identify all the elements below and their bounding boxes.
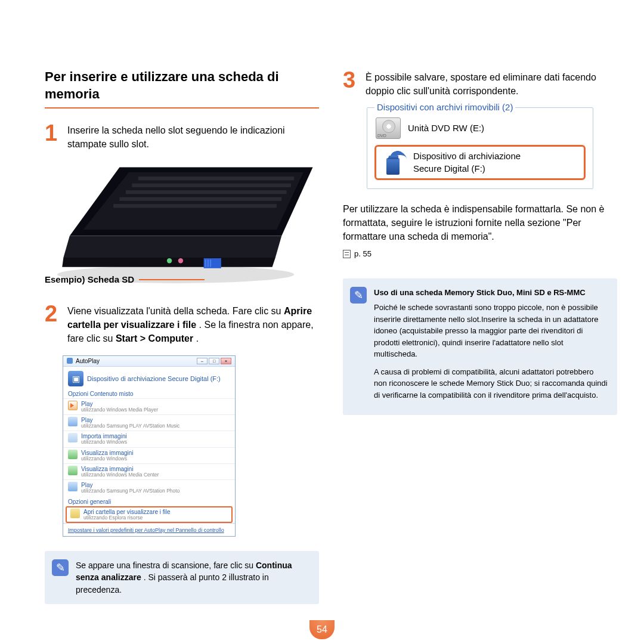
sd-callout-line — [139, 279, 205, 280]
step-1: 1 Inserire la scheda nello slot seguendo… — [45, 122, 319, 151]
autoplay-option: Playutilizzando Samsung PLAY AVStation P… — [63, 479, 235, 496]
note-paragraph: Poiché le schede sovrastanti sono troppo… — [374, 302, 608, 360]
text: Viene visualizzata l'unità della scheda.… — [67, 306, 284, 316]
option-sub: utilizzando Samsung PLAY AVStation Photo — [81, 488, 179, 494]
laptop-illustration: Esempio) Scheda SD — [45, 161, 319, 292]
autoplay-footer: Impostare i valori predefiniti per AutoP… — [63, 523, 235, 536]
page-number-badge: 54 — [309, 620, 335, 639]
autoplay-option: Importa immaginiutilizzando Windows — [63, 431, 235, 447]
svg-rect-12 — [204, 258, 221, 268]
step-text: Viene visualizzata l'unità della scheda.… — [67, 302, 319, 346]
option-sub: utilizzando Windows Media Player — [81, 407, 158, 413]
autoplay-titlebar: AutoPlay – □ × — [63, 356, 235, 367]
svg-rect-4 — [126, 190, 287, 194]
play-icon — [68, 401, 78, 410]
autoplay-option: Playutilizzando Windows Media Player — [63, 398, 235, 414]
sd-device-icon: ▣ — [68, 371, 83, 386]
note-text: Se appare una finestra di scansione, far… — [76, 559, 309, 596]
play-icon — [68, 417, 78, 426]
autoplay-option: Visualizza immaginiutilizzando Windows M… — [63, 463, 235, 479]
laptop-svg — [45, 161, 319, 292]
note-title: Uso di una scheda Memory Stick Duo, Mini… — [374, 287, 608, 299]
sd-drive-icon — [381, 151, 406, 175]
option-sub: utilizzando Windows — [81, 439, 127, 445]
step-2: 2 Viene visualizzata l'unità della sched… — [45, 302, 319, 346]
svg-point-10 — [167, 258, 172, 263]
removable-legend: Dispositivi con archivi rimovibili (2) — [374, 102, 515, 112]
note-paragraph: A causa di problemi di compatibilità, al… — [374, 366, 608, 401]
page-ref-icon — [343, 250, 351, 258]
sd-drive-highlight: Dispositivo di archiviazione Secure Digi… — [374, 145, 586, 180]
autoplay-settings-link: Impostare i valori predefiniti per AutoP… — [68, 527, 224, 533]
section-title: Per inserire e utilizzare una scheda di … — [45, 69, 319, 103]
window-title: AutoPlay — [76, 358, 100, 364]
close-icon: × — [221, 358, 231, 364]
removable-devices-panel: Dispositivi con archivi rimovibili (2) U… — [367, 107, 593, 189]
play-icon — [68, 482, 78, 491]
text: Secure Digital (F:) — [413, 163, 485, 174]
step-text: È possibile salvare, spostare ed elimina… — [366, 69, 617, 98]
option-sub: utilizzando Windows — [81, 456, 134, 462]
svg-rect-13 — [205, 259, 206, 267]
device-title: Dispositivo di archiviazione Secure Digi… — [87, 375, 221, 382]
page-ref-text: p. 55 — [354, 249, 371, 258]
format-paragraph: Per utilizzare la scheda è indispensabil… — [343, 202, 617, 244]
dvd-drive-icon — [376, 117, 401, 139]
option-sub: utilizzando Windows Media Center — [81, 472, 159, 478]
dvd-drive-label: Unità DVD RW (E:) — [408, 122, 484, 134]
step-number: 1 — [45, 122, 61, 151]
image-icon — [68, 450, 78, 459]
svg-point-11 — [178, 258, 183, 263]
note-body: Uso di una scheda Memory Stick Duo, Mini… — [374, 287, 608, 407]
svg-rect-15 — [210, 259, 211, 267]
sd-example-label: Esempio) Scheda SD — [45, 274, 134, 284]
text: . — [196, 333, 199, 343]
autoplay-highlighted-option: Apri cartella per visualizzare i fileuti… — [66, 506, 233, 523]
svg-rect-3 — [132, 183, 291, 187]
maximize-icon: □ — [209, 358, 219, 364]
adapter-note-box: ✎ Uso di una scheda Memory Stick Duo, Mi… — [343, 278, 617, 416]
option-sub: utilizzando Esplora risorse — [83, 515, 171, 521]
option-sub: utilizzando Samsung PLAY AVStation Music — [81, 423, 179, 429]
step-text: Inserire la scheda nello slot seguendo l… — [67, 122, 319, 151]
option-title: Play — [81, 401, 158, 407]
autoplay-device-row: ▣ Dispositivo di archiviazione Secure Di… — [63, 367, 235, 391]
svg-rect-6 — [113, 204, 277, 208]
step-3: 3 È possibile salvare, spostare ed elimi… — [343, 69, 617, 98]
svg-rect-14 — [208, 259, 209, 267]
sd-drive-label: Dispositivo di archiviazione Secure Digi… — [413, 150, 521, 175]
step-number: 3 — [343, 69, 360, 98]
svg-rect-2 — [138, 177, 294, 180]
import-icon — [68, 433, 78, 442]
pencil-icon: ✎ — [52, 559, 69, 576]
page-reference: p. 55 — [343, 249, 371, 258]
scan-note-box: ✎ Se appare una finestra di scansione, f… — [45, 551, 319, 604]
autoplay-window: AutoPlay – □ × ▣ Dispositivo di archivia… — [63, 355, 236, 537]
text: Dispositivo di archiviazione — [413, 151, 521, 161]
section-rule — [45, 107, 319, 109]
svg-marker-7 — [63, 236, 281, 258]
autoplay-app-icon — [67, 358, 73, 364]
dvd-drive-item: Unità DVD RW (E:) — [374, 114, 586, 143]
pencil-icon: ✎ — [350, 287, 367, 304]
image-icon — [68, 466, 78, 475]
general-options-label: Opzioni generali — [63, 496, 235, 506]
step-number: 2 — [45, 302, 61, 346]
folder-icon — [70, 509, 80, 518]
svg-rect-5 — [119, 197, 281, 200]
autoplay-option: Playutilizzando Samsung PLAY AVStation M… — [63, 414, 235, 431]
text: Se appare una finestra di scansione, far… — [76, 561, 256, 570]
text-bold: Start > Computer — [116, 333, 193, 343]
minimize-icon: – — [197, 358, 208, 364]
mixed-content-label: Opzioni Contenuto misto — [63, 391, 235, 398]
autoplay-option: Visualizza immaginiutilizzando Windows — [63, 447, 235, 463]
